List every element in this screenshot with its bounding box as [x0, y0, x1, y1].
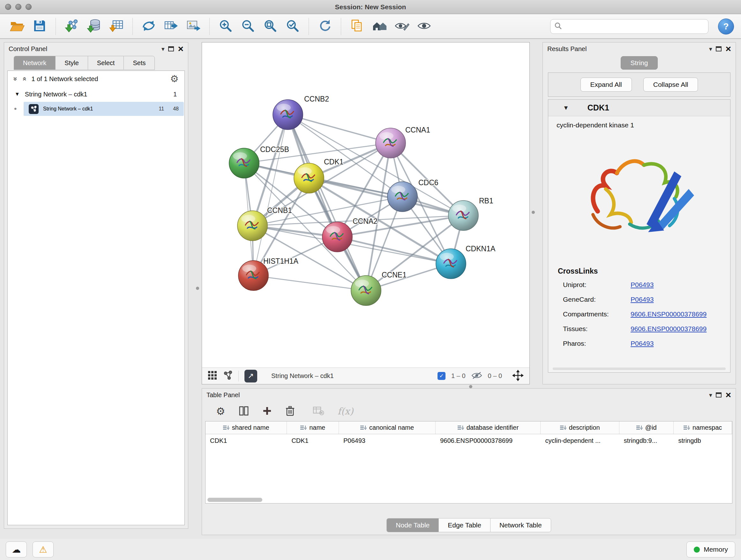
- tab-network[interactable]: Network: [14, 56, 55, 70]
- hidden-eye-slash-icon[interactable]: [471, 371, 482, 381]
- tab-edge-table[interactable]: Edge Table: [439, 518, 490, 532]
- crosslink-link[interactable]: 9606.ENSP00000378699: [630, 310, 706, 318]
- network-view[interactable]: CCNB2CCNA1CDC25BCDK1CDC6RB1CCNB1CCNA2CDK…: [202, 42, 530, 384]
- annotation-mode-button[interactable]: [392, 16, 412, 37]
- network-node-CCNA1[interactable]: [376, 128, 406, 158]
- warnings-button[interactable]: ⚠: [32, 542, 54, 557]
- network-node-RB1[interactable]: [448, 200, 478, 231]
- cloud-status-button[interactable]: ☁: [6, 542, 27, 557]
- minimize-window-button[interactable]: [15, 4, 21, 10]
- close-panel-button[interactable]: ×: [725, 390, 731, 400]
- expand-all-button[interactable]: Expand All: [581, 78, 632, 91]
- tab-network-table[interactable]: Network Table: [490, 518, 551, 532]
- open-session-button[interactable]: [7, 16, 27, 37]
- network-edge[interactable]: [288, 115, 366, 291]
- close-panel-button[interactable]: ×: [725, 44, 731, 54]
- splitter-handle[interactable]: [196, 287, 199, 290]
- column-header[interactable]: canonical name: [339, 422, 435, 434]
- table-row[interactable]: CDK1CDK1P064939606.ENSP00000378699cyclin…: [205, 434, 732, 448]
- zoom-in-button[interactable]: [215, 16, 236, 37]
- zoom-fit-button[interactable]: [260, 16, 280, 37]
- close-window-button[interactable]: [5, 4, 11, 10]
- search-box[interactable]: [550, 19, 709, 34]
- delete-column-icon[interactable]: [285, 406, 295, 417]
- tab-style[interactable]: Style: [55, 56, 87, 70]
- apply-layout-button[interactable]: [315, 16, 335, 37]
- network-share-icon[interactable]: [223, 371, 232, 381]
- network-collection-row[interactable]: ▼ String Network – cdk1 1: [8, 87, 185, 102]
- column-header[interactable]: @id: [619, 422, 674, 434]
- network-options-gear-icon[interactable]: ⚙: [170, 74, 179, 84]
- open-in-window-button[interactable]: ↗: [245, 370, 257, 382]
- expand-all-icon[interactable]: »: [11, 77, 19, 81]
- show-hide-button[interactable]: [414, 16, 434, 37]
- import-network-file-button[interactable]: [62, 16, 82, 37]
- crosslink-link[interactable]: P06493: [630, 296, 654, 303]
- network-edge[interactable]: [288, 115, 391, 143]
- network-edge[interactable]: [253, 115, 288, 275]
- import-table-button[interactable]: [106, 16, 127, 37]
- network-row-selected[interactable]: String Network – cdk1 11 48: [23, 102, 184, 116]
- crosslink-link[interactable]: P06493: [630, 281, 654, 289]
- network-canvas[interactable]: CCNB2CCNA1CDC25BCDK1CDC6RB1CCNB1CCNA2CDK…: [202, 43, 529, 368]
- network-from-table-button[interactable]: [161, 16, 181, 37]
- save-session-button[interactable]: [29, 16, 50, 37]
- export-image-button[interactable]: [183, 16, 204, 37]
- network-node-CDKN1A[interactable]: [436, 249, 466, 279]
- network-node-CDC6[interactable]: [387, 182, 417, 212]
- column-header[interactable]: namespac: [674, 422, 732, 434]
- collapse-section-icon[interactable]: ▼: [563, 105, 569, 111]
- network-edge[interactable]: [253, 275, 366, 291]
- network-node-CCNA2[interactable]: [322, 222, 352, 252]
- float-panel-button[interactable]: [716, 392, 722, 397]
- float-panel-button[interactable]: [168, 46, 174, 51]
- copy-document-button[interactable]: [347, 16, 367, 37]
- network-node-CDK1[interactable]: [294, 163, 324, 193]
- panel-menu-button[interactable]: ▾: [709, 45, 712, 53]
- table-settings-gear-icon[interactable]: ⚙: [216, 406, 225, 416]
- tab-node-table[interactable]: Node Table: [387, 518, 439, 532]
- tab-select[interactable]: Select: [88, 56, 124, 70]
- column-header[interactable]: description: [541, 422, 619, 434]
- splitter-handle[interactable]: [469, 385, 472, 388]
- column-header[interactable]: shared name: [205, 422, 287, 434]
- collection-caret-icon[interactable]: ▼: [15, 91, 20, 97]
- network-node-CCNE1[interactable]: [351, 275, 381, 306]
- horizontal-scrollbar[interactable]: [207, 498, 262, 502]
- tab-string[interactable]: String: [621, 56, 658, 70]
- memory-button[interactable]: Memory: [686, 542, 735, 557]
- collapse-all-icon[interactable]: »: [20, 77, 28, 81]
- column-header[interactable]: database identifier: [435, 422, 541, 434]
- panel-menu-button[interactable]: ▾: [161, 45, 165, 53]
- selected-checkbox[interactable]: ✓: [437, 372, 446, 380]
- float-panel-button[interactable]: [716, 46, 722, 51]
- splitter-handle[interactable]: [532, 211, 535, 214]
- crosslink-link[interactable]: 9606.ENSP00000378699: [630, 325, 706, 333]
- crosslink-link[interactable]: P06493: [630, 340, 654, 348]
- search-input[interactable]: [565, 23, 704, 30]
- network-node-CCNB1[interactable]: [238, 211, 267, 241]
- help-button[interactable]: ?: [718, 18, 734, 35]
- open-browsers-button[interactable]: [369, 16, 390, 37]
- zoom-out-button[interactable]: [238, 16, 258, 37]
- zoom-out-icon: [241, 19, 255, 34]
- gene-card-header[interactable]: ▼ CDK1: [548, 100, 730, 116]
- network-node-CDC25B[interactable]: [229, 148, 259, 178]
- network-node-CCNB2[interactable]: [273, 100, 303, 130]
- import-network-database-button[interactable]: [84, 16, 105, 37]
- panel-menu-button[interactable]: ▾: [709, 391, 712, 399]
- column-header[interactable]: name: [287, 422, 339, 434]
- tab-sets[interactable]: Sets: [124, 56, 155, 70]
- node-table-grid[interactable]: shared namenamecanonical namedatabase id…: [205, 421, 732, 503]
- zoom-selected-button[interactable]: [282, 16, 303, 37]
- add-column-icon[interactable]: [262, 406, 272, 417]
- birdseye-grid-icon[interactable]: [208, 371, 217, 381]
- close-panel-button[interactable]: ×: [178, 44, 184, 54]
- collapse-all-button[interactable]: Collapse All: [643, 78, 698, 91]
- show-columns-icon[interactable]: [239, 406, 249, 417]
- network-row[interactable]: • String Network – cdk1 11 48: [8, 102, 185, 116]
- pan-move-icon[interactable]: [512, 370, 524, 382]
- zoom-window-button[interactable]: [25, 4, 31, 10]
- results-scrollbar[interactable]: [553, 368, 726, 370]
- merge-networks-button[interactable]: [138, 16, 159, 37]
